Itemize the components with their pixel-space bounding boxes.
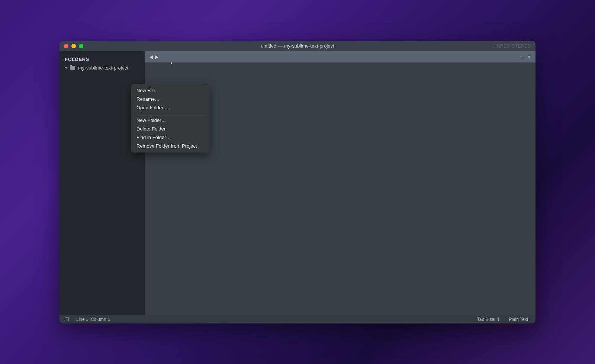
folder-icon xyxy=(70,66,75,70)
nav-forward-icon[interactable]: ▶ xyxy=(154,54,159,60)
panel-toggle-icon[interactable] xyxy=(65,317,69,321)
sidebar-folder-item[interactable]: my-sublime-text-project xyxy=(60,64,145,71)
sidebar-header: FOLDERS xyxy=(60,55,145,64)
tab-bar: ◀ ▶ ＋ ▼ xyxy=(145,51,536,62)
maximize-button[interactable] xyxy=(79,44,83,48)
app-window: untitled — my-sublime-text-project UNREG… xyxy=(60,41,536,323)
minimize-button[interactable] xyxy=(71,44,76,48)
tab-actions: ＋ ▼ xyxy=(518,54,532,60)
chevron-down-icon xyxy=(65,67,68,69)
unregistered-label: UNREGISTERED xyxy=(493,44,531,49)
folder-label: my-sublime-text-project xyxy=(78,65,128,71)
context-item-new-folder[interactable]: New Folder… xyxy=(131,116,209,125)
context-item-delete-folder[interactable]: Delete Folder xyxy=(131,125,209,133)
nav-arrows: ◀ ▶ xyxy=(149,54,159,60)
close-button[interactable] xyxy=(64,44,68,48)
context-item-new-file[interactable]: New File xyxy=(131,86,209,95)
context-item-find-in-folder[interactable]: Find in Folder… xyxy=(131,133,209,142)
context-item-remove-folder-from-project[interactable]: Remove Folder from Project xyxy=(131,142,209,150)
context-item-open-folder[interactable]: Open Folder… xyxy=(131,103,209,112)
context-menu: New FileRename…Open Folder…New Folder…De… xyxy=(131,84,209,152)
context-separator xyxy=(135,114,206,114)
syntax-mode[interactable]: Plain Text xyxy=(506,317,530,322)
body-area: FOLDERS my-sublime-text-project ◀ ▶ ＋ ▼ xyxy=(60,51,536,315)
new-tab-icon[interactable]: ＋ xyxy=(518,54,524,60)
tab-size[interactable]: Tab Size: 4 xyxy=(475,317,501,322)
context-item-rename[interactable]: Rename… xyxy=(131,95,209,103)
nav-back-icon[interactable]: ◀ xyxy=(149,54,154,60)
window-title: untitled — my-sublime-text-project xyxy=(261,43,334,49)
cursor-indicator xyxy=(171,62,172,64)
traffic-lights xyxy=(64,44,83,48)
cursor-position[interactable]: Line 1, Column 1 xyxy=(74,317,112,322)
tab-dropdown-icon[interactable]: ▼ xyxy=(527,54,532,60)
statusbar: Line 1, Column 1 Tab Size: 4 Plain Text xyxy=(60,315,536,323)
titlebar: untitled — my-sublime-text-project UNREG… xyxy=(60,41,536,51)
